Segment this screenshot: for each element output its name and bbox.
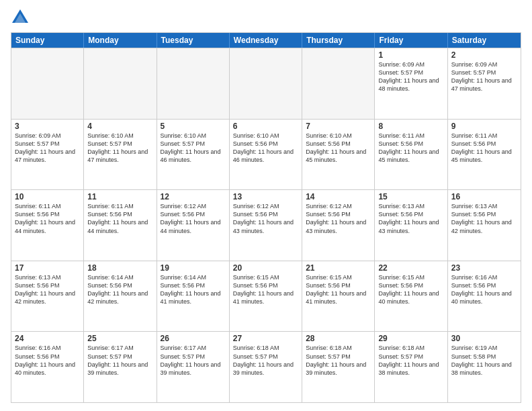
- day-number: 13: [233, 192, 298, 201]
- cell-info: Sunrise: 6:14 AMSunset: 5:56 PMDaylight:…: [161, 273, 226, 306]
- cell-info: Sunrise: 6:15 AMSunset: 5:56 PMDaylight:…: [378, 273, 443, 306]
- calendar-cell: 8Sunrise: 6:11 AMSunset: 5:56 PMDaylight…: [375, 120, 447, 190]
- cell-info: Sunrise: 6:15 AMSunset: 5:56 PMDaylight:…: [233, 273, 298, 306]
- day-number: 20: [233, 263, 298, 273]
- day-number: 28: [306, 334, 371, 343]
- calendar-cell: 20Sunrise: 6:15 AMSunset: 5:56 PMDayligh…: [230, 261, 302, 332]
- weekday-header-saturday: Saturday: [448, 33, 521, 48]
- day-number: 9: [451, 122, 517, 131]
- calendar-cell: 23Sunrise: 6:16 AMSunset: 5:56 PMDayligh…: [448, 261, 521, 332]
- cell-info: Sunrise: 6:13 AMSunset: 5:56 PMDaylight:…: [15, 273, 80, 306]
- day-number: 16: [451, 192, 517, 201]
- day-number: 6: [233, 122, 298, 131]
- calendar-cell: 7Sunrise: 6:10 AMSunset: 5:56 PMDaylight…: [302, 120, 375, 190]
- day-number: 22: [378, 263, 443, 273]
- day-number: 8: [378, 122, 443, 131]
- calendar-cell: 6Sunrise: 6:10 AMSunset: 5:56 PMDaylight…: [230, 120, 302, 190]
- logo-icon: [11, 8, 30, 27]
- cell-info: Sunrise: 6:12 AMSunset: 5:56 PMDaylight:…: [306, 202, 371, 235]
- day-number: 2: [451, 50, 517, 60]
- weekday-header-tuesday: Tuesday: [157, 33, 230, 48]
- cell-info: Sunrise: 6:16 AMSunset: 5:56 PMDaylight:…: [451, 273, 517, 306]
- cell-info: Sunrise: 6:09 AMSunset: 5:57 PMDaylight:…: [378, 60, 443, 93]
- cell-info: Sunrise: 6:09 AMSunset: 5:57 PMDaylight:…: [451, 60, 517, 93]
- day-number: 1: [378, 50, 443, 60]
- calendar-cell: 15Sunrise: 6:13 AMSunset: 5:56 PMDayligh…: [375, 190, 447, 261]
- weekday-header-friday: Friday: [375, 33, 447, 48]
- day-number: 11: [87, 192, 152, 201]
- cell-info: Sunrise: 6:19 AMSunset: 5:58 PMDaylight:…: [451, 344, 517, 377]
- calendar-cell: 14Sunrise: 6:12 AMSunset: 5:56 PMDayligh…: [302, 190, 375, 261]
- cell-info: Sunrise: 6:18 AMSunset: 5:57 PMDaylight:…: [378, 344, 443, 377]
- day-number: 15: [378, 192, 443, 201]
- calendar-row-1: 1Sunrise: 6:09 AMSunset: 5:57 PMDaylight…: [11, 48, 521, 119]
- day-number: 12: [161, 192, 226, 201]
- cell-info: Sunrise: 6:16 AMSunset: 5:56 PMDaylight:…: [15, 344, 80, 377]
- day-number: 30: [451, 334, 517, 343]
- day-number: 21: [306, 263, 371, 273]
- calendar-cell: 1Sunrise: 6:09 AMSunset: 5:57 PMDaylight…: [375, 48, 447, 119]
- day-number: 5: [161, 122, 226, 131]
- day-number: 18: [87, 263, 152, 273]
- cell-info: Sunrise: 6:17 AMSunset: 5:57 PMDaylight:…: [161, 344, 226, 377]
- cell-info: Sunrise: 6:12 AMSunset: 5:56 PMDaylight:…: [161, 202, 226, 235]
- cell-info: Sunrise: 6:15 AMSunset: 5:56 PMDaylight:…: [306, 273, 371, 306]
- cell-info: Sunrise: 6:09 AMSunset: 5:57 PMDaylight:…: [15, 132, 80, 165]
- calendar-cell: 2Sunrise: 6:09 AMSunset: 5:57 PMDaylight…: [448, 48, 521, 119]
- calendar-cell: 19Sunrise: 6:14 AMSunset: 5:56 PMDayligh…: [157, 261, 230, 332]
- day-number: 23: [451, 263, 517, 273]
- weekday-header-wednesday: Wednesday: [230, 33, 302, 48]
- day-number: 29: [378, 334, 443, 343]
- cell-info: Sunrise: 6:12 AMSunset: 5:56 PMDaylight:…: [233, 202, 298, 235]
- cell-info: Sunrise: 6:11 AMSunset: 5:56 PMDaylight:…: [451, 132, 517, 165]
- calendar-cell: 26Sunrise: 6:17 AMSunset: 5:57 PMDayligh…: [157, 332, 230, 402]
- header: [11, 8, 521, 27]
- day-number: 24: [15, 334, 80, 343]
- calendar: SundayMondayTuesdayWednesdayThursdayFrid…: [11, 32, 521, 403]
- day-number: 26: [161, 334, 226, 343]
- calendar-cell: 13Sunrise: 6:12 AMSunset: 5:56 PMDayligh…: [230, 190, 302, 261]
- calendar-cell: 12Sunrise: 6:12 AMSunset: 5:56 PMDayligh…: [157, 190, 230, 261]
- calendar-cell: [157, 48, 230, 119]
- cell-info: Sunrise: 6:11 AMSunset: 5:56 PMDaylight:…: [87, 202, 152, 235]
- calendar-cell: 28Sunrise: 6:18 AMSunset: 5:57 PMDayligh…: [302, 332, 375, 402]
- weekday-header-thursday: Thursday: [302, 33, 375, 48]
- calendar-cell: 9Sunrise: 6:11 AMSunset: 5:56 PMDaylight…: [448, 120, 521, 190]
- calendar-cell: 30Sunrise: 6:19 AMSunset: 5:58 PMDayligh…: [448, 332, 521, 402]
- calendar-cell: 18Sunrise: 6:14 AMSunset: 5:56 PMDayligh…: [84, 261, 157, 332]
- calendar-cell: 3Sunrise: 6:09 AMSunset: 5:57 PMDaylight…: [11, 120, 84, 190]
- calendar-cell: 25Sunrise: 6:17 AMSunset: 5:57 PMDayligh…: [84, 332, 157, 402]
- page: SundayMondayTuesdayWednesdayThursdayFrid…: [0, 0, 532, 411]
- calendar-cell: [11, 48, 84, 119]
- day-number: 27: [233, 334, 298, 343]
- day-number: 25: [87, 334, 152, 343]
- calendar-cell: 27Sunrise: 6:18 AMSunset: 5:57 PMDayligh…: [230, 332, 302, 402]
- calendar-cell: [84, 48, 157, 119]
- day-number: 17: [15, 263, 80, 273]
- cell-info: Sunrise: 6:14 AMSunset: 5:56 PMDaylight:…: [87, 273, 152, 306]
- day-number: 3: [15, 122, 80, 131]
- calendar-cell: 16Sunrise: 6:13 AMSunset: 5:56 PMDayligh…: [448, 190, 521, 261]
- day-number: 19: [161, 263, 226, 273]
- calendar-cell: 21Sunrise: 6:15 AMSunset: 5:56 PMDayligh…: [302, 261, 375, 332]
- calendar-cell: [302, 48, 375, 119]
- calendar-cell: 4Sunrise: 6:10 AMSunset: 5:57 PMDaylight…: [84, 120, 157, 190]
- calendar-row-4: 17Sunrise: 6:13 AMSunset: 5:56 PMDayligh…: [11, 261, 521, 332]
- day-number: 7: [306, 122, 371, 131]
- day-number: 14: [306, 192, 371, 201]
- calendar-cell: 24Sunrise: 6:16 AMSunset: 5:56 PMDayligh…: [11, 332, 84, 402]
- cell-info: Sunrise: 6:18 AMSunset: 5:57 PMDaylight:…: [306, 344, 371, 377]
- cell-info: Sunrise: 6:11 AMSunset: 5:56 PMDaylight:…: [378, 132, 443, 165]
- logo: [11, 8, 32, 27]
- calendar-header: SundayMondayTuesdayWednesdayThursdayFrid…: [11, 33, 521, 48]
- day-number: 4: [87, 122, 152, 131]
- calendar-row-2: 3Sunrise: 6:09 AMSunset: 5:57 PMDaylight…: [11, 119, 521, 190]
- cell-info: Sunrise: 6:17 AMSunset: 5:57 PMDaylight:…: [87, 344, 152, 377]
- calendar-cell: 11Sunrise: 6:11 AMSunset: 5:56 PMDayligh…: [84, 190, 157, 261]
- calendar-body: 1Sunrise: 6:09 AMSunset: 5:57 PMDaylight…: [11, 48, 521, 402]
- calendar-cell: [230, 48, 302, 119]
- cell-info: Sunrise: 6:13 AMSunset: 5:56 PMDaylight:…: [451, 202, 517, 235]
- calendar-row-5: 24Sunrise: 6:16 AMSunset: 5:56 PMDayligh…: [11, 331, 521, 402]
- cell-info: Sunrise: 6:10 AMSunset: 5:57 PMDaylight:…: [87, 132, 152, 165]
- calendar-cell: 5Sunrise: 6:10 AMSunset: 5:57 PMDaylight…: [157, 120, 230, 190]
